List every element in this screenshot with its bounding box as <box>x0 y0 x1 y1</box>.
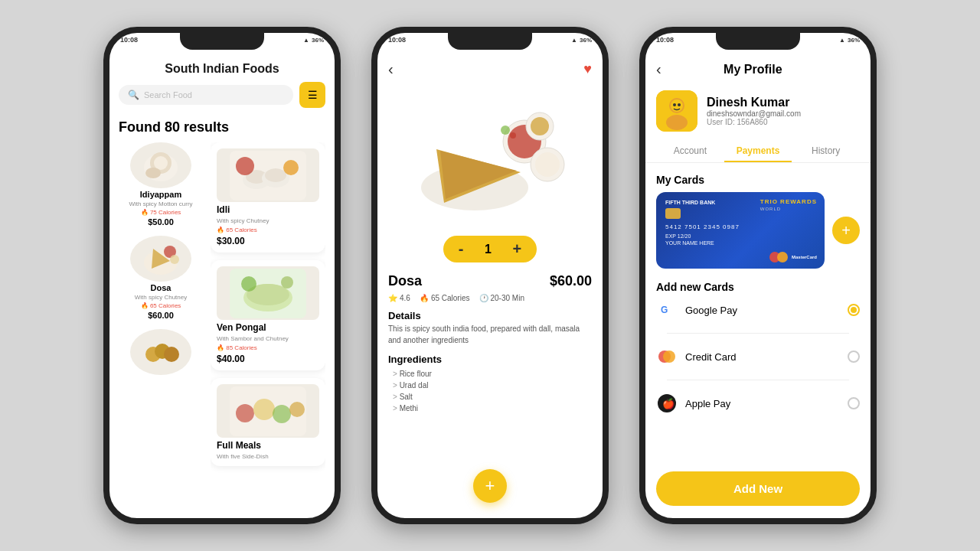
svg-point-41 <box>666 115 688 130</box>
mc-circle-orange <box>777 252 788 262</box>
card-image <box>217 384 319 438</box>
card-image <box>217 266 319 320</box>
status-icons-1: ▲ 36% <box>303 37 324 44</box>
googlepay-label: Google Pay <box>685 305 737 316</box>
add-to-cart-button[interactable]: + <box>473 469 507 503</box>
signal-icon-3: ▲ <box>839 37 845 44</box>
google-logo: G <box>658 301 676 319</box>
signal-icon-2: ▲ <box>571 37 577 44</box>
mastercard-icon <box>658 347 676 366</box>
favorite-button[interactable]: ♥ <box>583 61 592 77</box>
tab-account[interactable]: Account <box>656 141 724 162</box>
list-item[interactable]: Ven Pongal With Sambor and Chutney 🔥 85 … <box>211 260 325 370</box>
food-title: Dosa <box>388 273 422 289</box>
payment-option-creditcard[interactable]: Credit Card <box>656 346 860 367</box>
dosa-hero-img <box>398 88 582 226</box>
svg-text:🍎: 🍎 <box>662 397 675 410</box>
food-calories: 🔥 65 Calories <box>217 227 319 233</box>
balls-img <box>138 333 184 371</box>
ingredients-list: Rice flour Urad dal Salt Methi <box>377 367 603 416</box>
time-3: 10:08 <box>656 36 674 44</box>
decrease-button[interactable]: - <box>459 240 464 258</box>
food-image <box>130 329 191 375</box>
creditcard-radio[interactable] <box>848 350 860 363</box>
food-name: Ven Pongal <box>217 322 319 333</box>
avatar-image <box>656 90 697 132</box>
applepay-radio[interactable] <box>848 397 860 409</box>
search-placeholder: Search Food <box>144 90 192 99</box>
pongal-img <box>217 269 319 318</box>
my-cards-title: My Cards <box>645 171 871 192</box>
payment-option-applepay[interactable]: 🍎 Apple Pay <box>656 393 860 414</box>
dosa-img-left <box>138 240 184 278</box>
food-description: This is spicy south india food, prepared… <box>377 323 603 350</box>
results-count: Found 80 results <box>109 116 335 142</box>
increase-button[interactable]: + <box>512 240 521 258</box>
svg-point-15 <box>265 168 286 182</box>
search-box[interactable]: 🔍 Search Food <box>119 85 293 105</box>
list-item[interactable]: Idiyappam With spicy Motton curry 🔥 75 C… <box>119 142 203 227</box>
mastercard-logo: MasterCard <box>769 252 817 262</box>
svg-point-36 <box>531 117 549 135</box>
payment-option-googlepay[interactable]: G Google Pay <box>656 299 860 321</box>
applepay-label: Apple Pay <box>685 398 730 409</box>
list-item[interactable]: Dosa With spicy Chutney 🔥 65 Calories $6… <box>119 236 203 320</box>
food-price: $30.00 <box>217 236 319 246</box>
phone-3: 10:08 ▲ 36% ‹ My Profile <box>639 27 877 524</box>
add-card-button[interactable]: + <box>832 217 860 244</box>
food-desc: With spicy Chutney <box>217 217 319 224</box>
profile-row: Dinesh Kumar dineshsowndar@gmail.com Use… <box>645 84 871 141</box>
svg-point-21 <box>241 276 256 292</box>
googlepay-radio[interactable] <box>848 304 860 316</box>
p3-page-title: My Profile <box>668 63 838 77</box>
payment-options-list: G Google Pay Credit Car <box>645 299 871 414</box>
meals-img <box>217 386 319 436</box>
food-image <box>130 142 191 188</box>
user-id: User ID: 156A860 <box>707 118 801 126</box>
svg-point-3 <box>145 168 161 178</box>
list-item[interactable] <box>119 329 203 375</box>
status-icons-2: ▲ 36% <box>571 37 592 44</box>
status-bar-3: 10:08 ▲ 36% <box>645 36 871 44</box>
food-price: $40.00 <box>217 354 319 364</box>
add-new-button[interactable]: Add New <box>656 471 860 506</box>
idiyappam-img <box>138 146 184 184</box>
tab-history[interactable]: History <box>792 141 860 162</box>
mastercard-text: MasterCard <box>792 255 817 259</box>
svg-point-16 <box>236 157 254 175</box>
back-button[interactable]: ‹ <box>388 60 394 78</box>
food-price: $60.00 <box>148 311 174 320</box>
idli-img <box>217 151 319 201</box>
status-bar-1: 10:08 ▲ 36% <box>109 36 335 44</box>
food-image <box>130 236 191 282</box>
avatar <box>656 90 697 132</box>
food-name: Idli <box>217 204 319 215</box>
card-image <box>217 148 319 202</box>
food-title-row: Dosa $60.00 <box>377 269 603 294</box>
cards-carousel: FIFTH THIRD BANK TRIO REWARDSWORLD 5412 … <box>645 192 871 269</box>
svg-point-22 <box>281 276 293 289</box>
bank-card[interactable]: FIFTH THIRD BANK TRIO REWARDSWORLD 5412 … <box>656 192 825 269</box>
user-email: dineshsowndar@gmail.com <box>707 109 801 118</box>
list-item[interactable]: Full Meals With five Side-Dish <box>211 378 325 466</box>
battery-2: 36% <box>580 37 592 44</box>
food-calories: 🔥 75 Calories <box>141 209 181 216</box>
food-calories: 🔥 85 Calories <box>217 344 319 351</box>
divider-2 <box>667 380 849 380</box>
phone2-content: ‹ ♥ - 1 <box>377 54 603 518</box>
google-pay-icon: G <box>656 299 678 321</box>
filter-button[interactable]: ☰ <box>299 82 325 108</box>
food-price: $50.00 <box>148 217 174 227</box>
svg-point-34 <box>535 152 560 177</box>
divider-1 <box>667 333 849 334</box>
apple-pay-icon: 🍎 <box>656 393 678 414</box>
back-button-p3[interactable]: ‹ <box>656 60 662 78</box>
list-item[interactable]: Idli With spicy Chutney 🔥 65 Calories $3… <box>211 142 325 253</box>
quantity-control: - 1 + <box>377 236 603 262</box>
status-bar-2: 10:08 ▲ 36% <box>377 36 603 44</box>
profile-tabs: Account Payments History <box>645 141 871 163</box>
food-desc: With Sambor and Chutney <box>217 335 319 342</box>
p1-app-title: South Indian Foods <box>109 54 335 82</box>
tab-payments[interactable]: Payments <box>724 141 792 162</box>
food-calories: 🔥 65 Calories <box>141 302 181 309</box>
